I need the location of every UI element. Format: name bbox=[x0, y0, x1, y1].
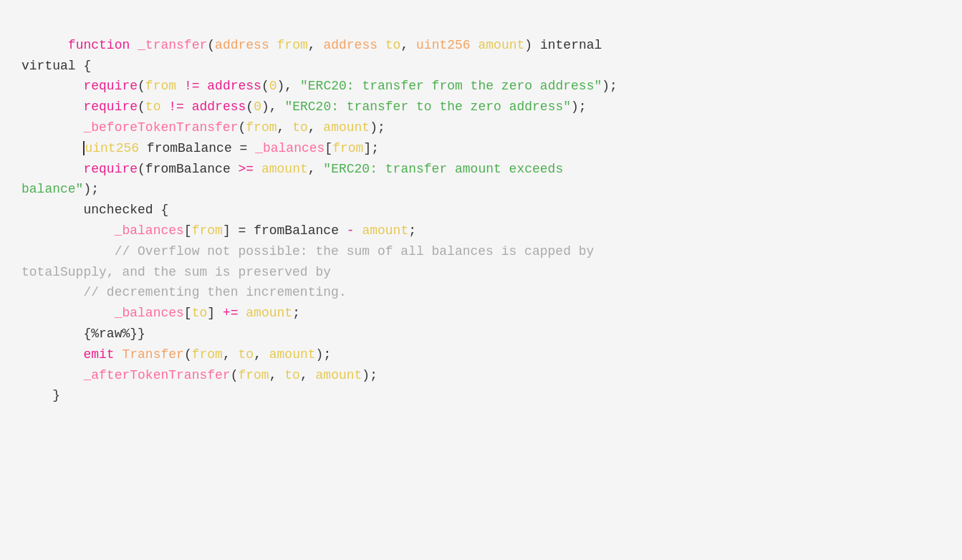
op-neq-2: != bbox=[168, 100, 184, 114]
line-7: require(fromBalance >= amount, "ERC20: t… bbox=[21, 162, 563, 197]
line-5: _beforeTokenTransfer(from, to, amount); bbox=[21, 120, 385, 135]
keyword-function: function bbox=[68, 38, 130, 52]
line-4: require(to != address(0), "ERC20: transf… bbox=[21, 100, 587, 114]
zero-2: 0 bbox=[254, 100, 261, 114]
line-2: virtual { bbox=[21, 59, 91, 73]
amount-var-2: amount bbox=[261, 162, 308, 176]
address-fn-1: address bbox=[207, 79, 261, 93]
line-14: emit Transfer(from, to, amount); bbox=[21, 347, 331, 362]
amount-var-4: amount bbox=[246, 306, 292, 320]
comment-2: // decrementing then incrementing. bbox=[83, 285, 346, 299]
to-arg-1: to bbox=[292, 120, 308, 135]
line-6: uint256 fromBalance = _balances[from]; bbox=[21, 141, 379, 155]
from-arg-2: from bbox=[192, 347, 223, 362]
from-key-1: from bbox=[332, 141, 363, 155]
line-12: _balances[to] += amount; bbox=[21, 306, 300, 320]
from-arg-1: from bbox=[246, 120, 276, 135]
code-editor: function _transfer(address from, address… bbox=[21, 14, 941, 427]
to-key-1: to bbox=[192, 306, 208, 320]
zero-1: 0 bbox=[269, 79, 277, 93]
op-neq-1: != bbox=[184, 79, 200, 93]
keyword-require-3: require bbox=[83, 162, 138, 176]
event-transfer: Transfer bbox=[122, 347, 183, 362]
after-transfer-fn: _afterTokenTransfer bbox=[83, 368, 230, 382]
line-10: // Overflow not possible: the sum of all… bbox=[21, 244, 594, 279]
param-name-3: amount bbox=[478, 38, 524, 52]
param-type-1: address bbox=[215, 38, 269, 52]
line-13: {%raw%}} emit Transfer(from, to, amount)… bbox=[21, 327, 377, 402]
line-8: unchecked { bbox=[21, 203, 168, 217]
param-type-3: uint256 bbox=[416, 38, 471, 52]
string-2: "ERC20: transfer to the zero address" bbox=[284, 100, 571, 114]
balances-map-2: _balances bbox=[115, 223, 184, 238]
address-fn-2: address bbox=[192, 100, 246, 114]
line-16: } bbox=[21, 388, 60, 402]
from-var-1: from bbox=[145, 79, 176, 93]
line-1: function _transfer(address from, address… bbox=[37, 38, 602, 52]
keyword-virtual: virtual bbox=[21, 59, 76, 73]
to-var-1: to bbox=[145, 100, 161, 114]
keyword-require-1: require bbox=[83, 79, 138, 93]
paren-open: ( bbox=[207, 38, 215, 52]
from-key-2: from bbox=[192, 223, 223, 238]
op-minus: - bbox=[347, 223, 355, 238]
var-frombalance: fromBalance bbox=[147, 141, 232, 155]
frombalance-var: fromBalance bbox=[145, 162, 231, 176]
line-9: _balances[from] = fromBalance - amount; bbox=[21, 223, 416, 238]
to-arg-2: to bbox=[239, 347, 254, 362]
type-uint256: uint256 bbox=[85, 141, 139, 155]
keyword-require-2: require bbox=[83, 100, 138, 114]
to-arg-3: to bbox=[284, 368, 300, 382]
param-name-2: to bbox=[385, 38, 401, 52]
from-arg-3: from bbox=[238, 368, 269, 382]
balances-map-3: _balances bbox=[115, 306, 184, 320]
balances-map-1: _balances bbox=[255, 141, 324, 155]
string-1: "ERC20: transfer from the zero address" bbox=[300, 79, 602, 93]
op-pluseq: += bbox=[223, 306, 239, 320]
param-type-2: address bbox=[323, 38, 377, 52]
op-gte: >= bbox=[239, 162, 254, 176]
func-name: _transfer bbox=[138, 38, 207, 52]
line-15: _afterTokenTransfer(from, to, amount); bbox=[21, 368, 377, 382]
keyword-unchecked: unchecked bbox=[83, 203, 153, 217]
comment-1: // Overflow not possible: the sum of all… bbox=[21, 244, 594, 279]
amount-arg-1: amount bbox=[323, 120, 370, 135]
line-3: require(from != address(0), "ERC20: tran… bbox=[21, 79, 617, 93]
param-name-1: from bbox=[277, 38, 308, 52]
keyword-internal: internal bbox=[540, 38, 602, 52]
amount-arg-2: amount bbox=[269, 347, 316, 362]
line-11: // decrementing then incrementing. bbox=[21, 285, 347, 299]
before-transfer-fn: _beforeTokenTransfer bbox=[83, 120, 238, 135]
keyword-emit: emit bbox=[83, 347, 114, 362]
frombalance-var-2: fromBalance bbox=[254, 223, 339, 238]
amount-var-3: amount bbox=[362, 223, 408, 238]
amount-arg-3: amount bbox=[316, 368, 362, 382]
